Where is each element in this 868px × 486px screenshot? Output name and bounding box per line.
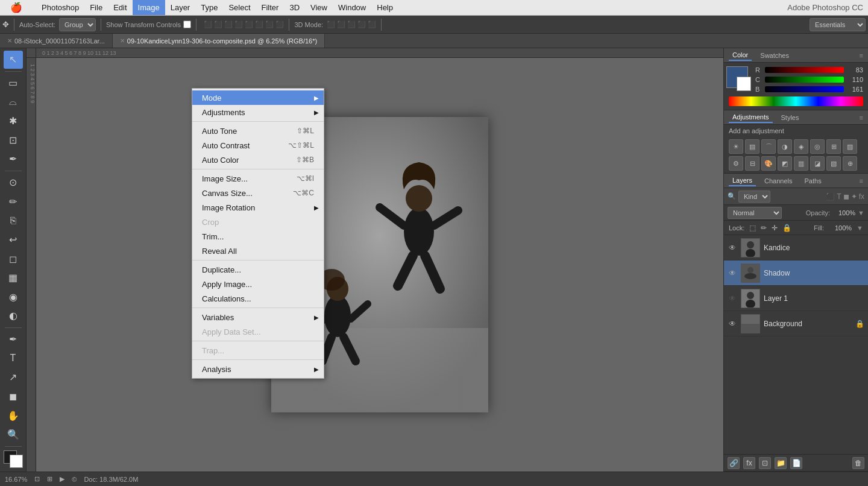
adj-photo-filter[interactable]: ⚙: [729, 156, 743, 171]
add-style-btn[interactable]: fx: [743, 457, 755, 469]
new-group-btn[interactable]: 📁: [775, 457, 787, 469]
foreground-color-swatch[interactable]: [726, 66, 748, 88]
adj-exposure[interactable]: ◑: [778, 139, 792, 154]
lock-image-icon[interactable]: ✏: [761, 224, 767, 232]
workspace-dropdown[interactable]: Essentials Photography Painting: [810, 18, 866, 31]
layers-kind-dropdown[interactable]: Kind: [738, 191, 770, 203]
menu-select[interactable]: Select: [223, 0, 256, 15]
adj-bw[interactable]: ▨: [843, 139, 857, 154]
fill-dropdown-icon[interactable]: ▼: [857, 224, 863, 232]
menu-edit[interactable]: Edit: [108, 0, 132, 15]
adj-invert[interactable]: ◩: [778, 156, 792, 171]
history-brush-tool[interactable]: ↩: [4, 231, 23, 249]
adj-selective-color[interactable]: ⊕: [843, 156, 857, 171]
blend-mode-dropdown[interactable]: Normal: [728, 207, 782, 219]
shape-tool[interactable]: ◼: [4, 388, 23, 406]
lock-all-icon[interactable]: 🔒: [782, 224, 791, 232]
adj-color-balance[interactable]: ⊞: [826, 139, 841, 154]
filter-shape[interactable]: ◼: [843, 192, 849, 201]
tab-swatches[interactable]: Swatches: [756, 51, 793, 60]
menu-image[interactable]: Image: [133, 0, 165, 15]
add-mask-btn[interactable]: ⊡: [759, 457, 771, 469]
move-tool[interactable]: ↖: [4, 51, 23, 69]
menu-layer[interactable]: Layer: [165, 0, 196, 15]
spot-heal-tool[interactable]: ⊙: [4, 174, 23, 192]
menu-item-trim[interactable]: Trim...: [192, 229, 324, 244]
blur-tool[interactable]: ◉: [4, 288, 23, 306]
canvas-area[interactable]: Mode ▶ Adjustments ▶ Auto Tone ⇧⌘L: [36, 58, 723, 472]
layer-shadow-visibility[interactable]: 👁: [728, 268, 737, 278]
hand-tool[interactable]: ✋: [4, 406, 23, 424]
tab-file-2[interactable]: ✕ 09-10KandiceLynn19-306-to-composite.ps…: [113, 34, 325, 48]
menu-item-calculations[interactable]: Calculations...: [192, 291, 324, 306]
quick-select-tool[interactable]: ✱: [4, 112, 23, 130]
adj-hue-sat[interactable]: ◎: [810, 139, 825, 154]
menu-window[interactable]: Window: [333, 0, 371, 15]
new-layer-btn[interactable]: 📄: [790, 457, 802, 469]
adj-color-lookup[interactable]: 🎨: [761, 156, 776, 171]
marquee-tool[interactable]: ▭: [4, 74, 23, 92]
color-spectrum[interactable]: [729, 96, 863, 106]
filter-pixel[interactable]: ⬛: [826, 192, 835, 201]
foreground-background-colors[interactable]: [4, 450, 23, 469]
adj-channel-mixer[interactable]: ⊟: [745, 156, 760, 171]
tab-color[interactable]: Color: [729, 50, 752, 61]
menu-item-analysis[interactable]: Analysis ▶: [192, 362, 324, 376]
menu-view[interactable]: View: [305, 0, 333, 15]
adj-gradient-map[interactable]: ▧: [826, 156, 841, 171]
tab-styles[interactable]: Styles: [778, 113, 803, 122]
tab-file-1-close[interactable]: ✕: [7, 37, 12, 44]
zoom-fill-icon[interactable]: ⊞: [47, 475, 52, 483]
eyedropper-tool[interactable]: ✒: [4, 150, 23, 168]
tab-file-2-close[interactable]: ✕: [120, 37, 125, 44]
auto-select-dropdown[interactable]: Group Layer: [59, 18, 96, 31]
menu-type[interactable]: Type: [195, 0, 223, 15]
adj-vibrance[interactable]: ◈: [794, 139, 808, 154]
background-color-swatch[interactable]: [737, 77, 751, 91]
tab-channels[interactable]: Channels: [761, 176, 796, 186]
layer-background-visibility[interactable]: 👁: [728, 319, 737, 329]
tab-layers[interactable]: Layers: [729, 175, 756, 186]
opacity-dropdown-icon[interactable]: ▼: [858, 209, 864, 216]
dodge-tool[interactable]: ◐: [4, 307, 23, 325]
menu-file[interactable]: File: [84, 0, 108, 15]
menu-item-adjustments[interactable]: Adjustments ▶: [192, 105, 324, 119]
layer-background[interactable]: 👁 Background 🔒: [724, 311, 868, 336]
zoom-fit-icon[interactable]: ⊡: [34, 475, 40, 483]
menu-item-image-size[interactable]: Image Size... ⌥⌘I: [192, 171, 324, 186]
menu-item-variables[interactable]: Variables ▶: [192, 310, 324, 324]
menu-filter[interactable]: Filter: [256, 0, 285, 15]
text-tool[interactable]: T: [4, 349, 23, 367]
clone-tool[interactable]: ⎘: [4, 212, 23, 230]
filter-effect[interactable]: fx: [859, 192, 864, 201]
adj-threshold[interactable]: ◪: [810, 156, 825, 171]
menu-item-canvas-size[interactable]: Canvas Size... ⌥⌘C: [192, 186, 324, 200]
tab-paths[interactable]: Paths: [801, 176, 825, 186]
menu-item-image-rotation[interactable]: Image Rotation ▶: [192, 200, 324, 215]
lock-transparent-icon[interactable]: ⬚: [749, 224, 756, 232]
adj-brightness[interactable]: ☀: [729, 139, 743, 154]
crop-tool[interactable]: ⊡: [4, 131, 23, 149]
eraser-tool[interactable]: ◻: [4, 250, 23, 268]
link-layers-btn[interactable]: 🔗: [728, 457, 740, 469]
menu-item-duplicate[interactable]: Duplicate...: [192, 262, 324, 277]
layer-shadow[interactable]: 👁 Shadow: [724, 260, 868, 286]
color-panel-menu-icon[interactable]: ≡: [860, 52, 863, 59]
pen-tool[interactable]: ✒: [4, 330, 23, 349]
menu-help[interactable]: Help: [371, 0, 398, 15]
menu-item-mode[interactable]: Mode ▶: [192, 90, 324, 105]
adj-levels[interactable]: ▤: [745, 139, 760, 154]
layer-kandice-visibility[interactable]: 👁: [728, 243, 737, 253]
menu-photoshop[interactable]: Photoshop: [36, 0, 84, 15]
menu-item-reveal-all[interactable]: Reveal All: [192, 244, 324, 258]
menu-item-auto-color[interactable]: Auto Color ⇧⌘B: [192, 153, 324, 167]
gradient-tool[interactable]: ▦: [4, 269, 23, 287]
filter-type-t[interactable]: T: [837, 192, 841, 201]
adj-panel-menu-icon[interactable]: ≡: [860, 114, 863, 121]
menu-item-apply-image[interactable]: Apply Image...: [192, 277, 324, 291]
lasso-tool[interactable]: ⌓: [4, 93, 23, 111]
tab-file-1[interactable]: ✕ 08-iStock_000011057163Lar...: [0, 34, 113, 48]
lock-position-icon[interactable]: ✛: [772, 224, 778, 232]
status-arrow[interactable]: ▶: [60, 475, 64, 483]
layer-1-visibility[interactable]: 👁: [728, 294, 737, 303]
